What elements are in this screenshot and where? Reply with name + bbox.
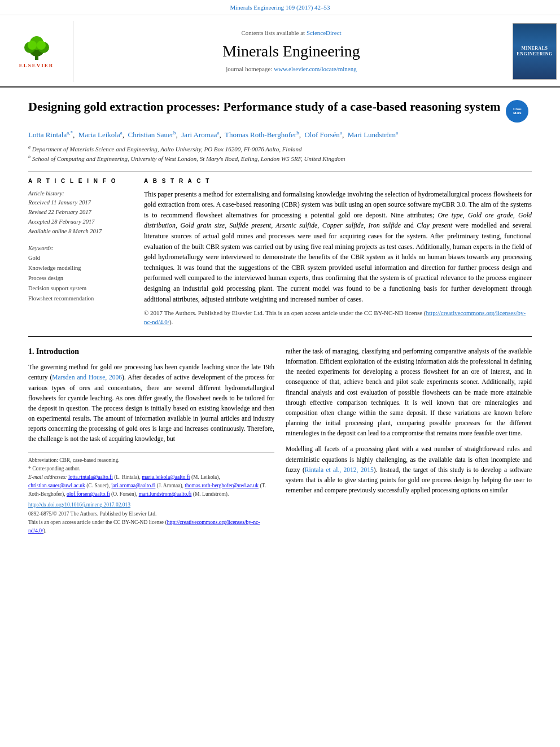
- elsevier-wordmark: ELSEVIER: [19, 62, 54, 69]
- email-sauer[interactable]: christian.sauer@uwl.ac.uk: [28, 483, 85, 488]
- keywords-list: Gold Knowledge modelling Process design …: [28, 253, 133, 303]
- abbreviation-note: Abbreviation: CBR, case-based reasoning.: [28, 456, 274, 465]
- affiliation-b: b School of Computing and Engineering, U…: [28, 154, 532, 163]
- introduction-right-text-2: Modelling all facets of a processing pla…: [286, 444, 532, 495]
- accepted-date: Accepted 28 February 2017: [28, 217, 133, 227]
- author-lundstrom[interactable]: Mari Lundström: [348, 130, 396, 139]
- journal-citation: Minerals Engineering 109 (2017) 42–53: [230, 4, 330, 11]
- journal-header: ELSEVIER Contents lists available at Sci…: [0, 15, 560, 88]
- revised-date: Revised 22 February 2017: [28, 208, 133, 217]
- content-divider: [28, 336, 532, 337]
- rintala-ref[interactable]: Rintala et al., 2012, 2015: [305, 466, 374, 473]
- abstract-heading: A B S T R A C T: [144, 177, 532, 186]
- keywords-label: Keywords:: [28, 243, 133, 254]
- abstract-column: A B S T R A C T This paper presents a me…: [144, 177, 532, 327]
- introduction-heading: 1. Introduction: [28, 346, 274, 357]
- article-info-column: A R T I C L E I N F O Article history: R…: [28, 177, 133, 327]
- sciencedirect-link[interactable]: Contents lists available at ScienceDirec…: [241, 29, 341, 38]
- svg-point-6: [37, 41, 46, 50]
- issn-line: 0892-6875/© 2017 The Authors. Published …: [28, 510, 274, 518]
- email-note: E-mail addresses: lotta.rintala@aalto.fi…: [28, 473, 274, 499]
- author-leikola[interactable]: Maria Leikola: [78, 130, 120, 139]
- introduction-right-text: rather the task of managing, classifying…: [286, 346, 532, 438]
- journal-citation-bar: Minerals Engineering 109 (2017) 42–53: [0, 0, 560, 15]
- keyword-process: Process design: [28, 273, 133, 283]
- homepage-link[interactable]: www.elsevier.com/locate/mineng: [274, 65, 357, 72]
- author-sauer[interactable]: Christian Sauer: [128, 130, 173, 139]
- email-roth[interactable]: thomas.roth-berghofer@uwl.ac.uk: [185, 483, 259, 488]
- corresponding-note: * Corresponding author.: [28, 465, 274, 473]
- keyword-gold: Gold: [28, 253, 133, 263]
- header-body-divider: [28, 171, 532, 172]
- author-rintala[interactable]: Lotta Rintala: [28, 130, 67, 139]
- crossmark-badge: CrossMark: [506, 100, 528, 123]
- article-title-text: Designing gold extraction processes: Per…: [28, 99, 500, 115]
- introduction-left-text: The governing method for gold ore proces…: [28, 362, 274, 444]
- article-info-abstract: A R T I C L E I N F O Article history: R…: [28, 177, 532, 327]
- author-forsen[interactable]: Olof Forsén: [304, 130, 339, 139]
- introduction-right: rather the task of managing, classifying…: [286, 346, 532, 535]
- abstract-text: This paper presents a method for externa…: [144, 189, 532, 305]
- received-date: Received 11 January 2017: [28, 198, 133, 208]
- available-date: Available online 8 March 2017: [28, 227, 133, 237]
- email-forsen[interactable]: olof.forsen@aalto.fi: [67, 491, 110, 497]
- introduction-section: 1. Introduction The governing method for…: [28, 346, 532, 535]
- email-label: E-mail addresses:: [28, 474, 68, 480]
- email-rintala[interactable]: lotta.rintala@aalto.fi: [68, 474, 113, 480]
- article-info-heading: A R T I C L E I N F O: [28, 177, 133, 186]
- journal-cover: MINERALS ENGINEERING: [509, 21, 560, 82]
- license-line: This is an open access article under the…: [28, 518, 274, 535]
- journal-homepage: journal homepage: www.elsevier.com/locat…: [226, 65, 356, 74]
- elsevier-tree-icon: [20, 33, 54, 61]
- authors-line: Lotta Rintalaa,*, Maria Leikolaa, Christ…: [28, 129, 532, 141]
- footnotes-area: Abbreviation: CBR, case-based reasoning.…: [28, 452, 274, 536]
- email-aromaa[interactable]: jari.aromaa@aalto.fi: [111, 483, 155, 488]
- keyword-knowledge: Knowledge modelling: [28, 263, 133, 273]
- author-aromaa[interactable]: Jari Aromaa: [181, 130, 217, 139]
- article-history: Article history: Received 11 January 201…: [28, 189, 133, 237]
- affiliation-a: a Department of Materials Science and En…: [28, 144, 532, 154]
- marsden-ref[interactable]: Marsden and House, 2006: [52, 374, 122, 381]
- journal-info-center: Contents lists available at ScienceDirec…: [73, 21, 509, 82]
- email-leikola[interactable]: maria.leikola@aalto.fi: [142, 474, 190, 480]
- doi-link[interactable]: http://dx.doi.org/10.1016/j.mineng.2017.…: [28, 502, 130, 508]
- license-link[interactable]: http://creativecommons.org/licenses/by-n…: [28, 519, 260, 534]
- author-roth[interactable]: Thomas Roth-Berghofer: [225, 130, 296, 139]
- history-label: Article history:: [28, 189, 133, 199]
- journal-title: Minerals Engineering: [222, 40, 360, 63]
- svg-point-5: [28, 41, 37, 50]
- article-title-block: Designing gold extraction processes: Per…: [28, 99, 532, 123]
- cc-license-link[interactable]: http://creativecommons.org/licenses/by-n…: [144, 309, 526, 325]
- affiliations-block: a Department of Materials Science and En…: [28, 144, 532, 163]
- keyword-decision: Decision support system: [28, 283, 133, 294]
- keyword-flowsheet: Flowsheet recommendation: [28, 294, 133, 304]
- cover-image: MINERALS ENGINEERING: [513, 23, 557, 80]
- keywords-section: Keywords: Gold Knowledge modelling Proce…: [28, 243, 133, 304]
- publisher-logo: ELSEVIER: [0, 21, 73, 82]
- open-access-note: © 2017 The Authors. Published by Elsevie…: [144, 309, 532, 327]
- email-lundstrom[interactable]: mari.lundstrom@aalto.fi: [139, 491, 192, 497]
- introduction-left: 1. Introduction The governing method for…: [28, 346, 274, 535]
- article-content: Designing gold extraction processes: Per…: [0, 88, 560, 547]
